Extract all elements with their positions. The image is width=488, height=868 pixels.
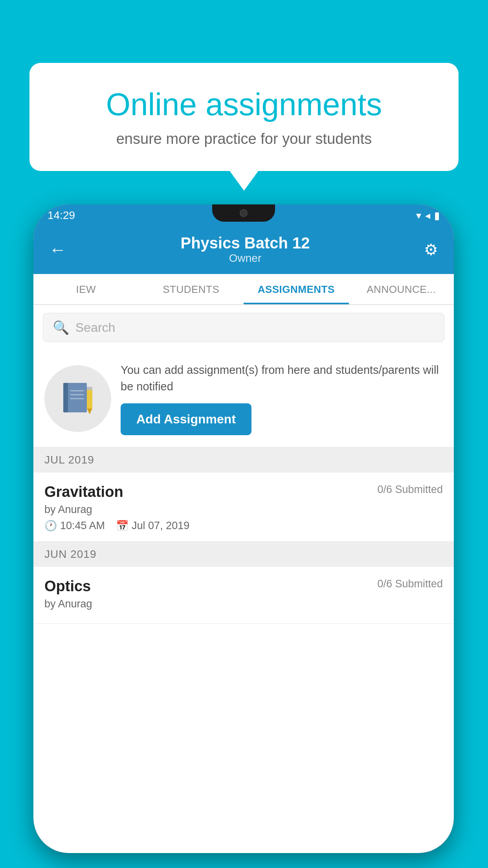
search-placeholder: Search (75, 320, 115, 335)
svg-rect-2 (63, 383, 68, 412)
assignment-name-optics: Optics (44, 578, 91, 595)
assignment-item-optics[interactable]: Optics 0/6 Submitted by Anurag (33, 567, 454, 624)
tab-students[interactable]: STUDENTS (139, 274, 244, 304)
tab-assignments[interactable]: ASSIGNMENTS (244, 274, 349, 304)
notebook-svg (60, 381, 95, 416)
svg-rect-8 (87, 387, 92, 390)
tab-announcements[interactable]: ANNOUNCE... (349, 274, 454, 304)
signal-icon: ◂ (425, 210, 430, 222)
user-role: Owner (180, 252, 310, 265)
assignment-by-optics: by Anurag (44, 598, 443, 610)
back-button[interactable]: ← (49, 240, 66, 259)
assignment-by: by Anurag (44, 504, 443, 516)
section-header-jul: JUL 2019 (33, 447, 454, 473)
promo-icon-circle (44, 365, 111, 432)
date-value: Jul 07, 2019 (132, 520, 189, 532)
assignment-time: 🕐 10:45 AM (44, 520, 105, 532)
assignment-row1-optics: Optics 0/6 Submitted (44, 578, 443, 595)
add-assignment-button[interactable]: Add Assignment (121, 403, 251, 435)
assignment-submitted-optics: 0/6 Submitted (377, 578, 443, 590)
assignment-date: 📅 Jul 07, 2019 (116, 520, 189, 532)
svg-rect-6 (87, 387, 92, 408)
calendar-icon: 📅 (116, 520, 128, 532)
status-icons: ▾ ◂ ▮ (416, 210, 440, 222)
promo-description: You can add assignment(s) from here and … (121, 362, 443, 395)
section-header-jun: JUN 2019 (33, 542, 454, 567)
assignment-name: Gravitation (44, 484, 123, 500)
tab-iew[interactable]: IEW (33, 274, 139, 304)
svg-rect-1 (67, 383, 87, 412)
phone-screen: 14:29 ▾ ◂ ▮ ← Physics Batch 12 Owner ⚙ I… (33, 204, 454, 853)
header-title-block: Physics Batch 12 Owner (180, 234, 310, 265)
info-card: Online assignments ensure more practice … (29, 63, 459, 171)
search-box[interactable]: 🔍 Search (43, 313, 444, 342)
assignment-icon (60, 381, 95, 416)
time-value: 10:45 AM (60, 520, 105, 532)
assignment-submitted: 0/6 Submitted (377, 484, 443, 496)
add-assignment-promo: You can add assignment(s) from here and … (33, 350, 454, 447)
batch-name: Physics Batch 12 (180, 234, 310, 252)
assignment-row1: Gravitation 0/6 Submitted (44, 484, 443, 500)
front-camera (240, 209, 248, 217)
bubble-title: Online assignments (61, 86, 427, 123)
tabs-bar: IEW STUDENTS ASSIGNMENTS ANNOUNCE... (33, 274, 454, 305)
clock-icon: 🕐 (44, 520, 57, 532)
app-header: ← Physics Batch 12 Owner ⚙ (33, 226, 454, 274)
search-icon: 🔍 (53, 320, 69, 335)
status-bar: 14:29 ▾ ◂ ▮ (33, 204, 454, 226)
assignment-meta: 🕐 10:45 AM 📅 Jul 07, 2019 (44, 520, 443, 532)
bubble-subtitle: ensure more practice for your students (61, 131, 427, 147)
phone-frame: 14:29 ▾ ◂ ▮ ← Physics Batch 12 Owner ⚙ I… (33, 204, 454, 853)
status-time: 14:29 (48, 209, 75, 222)
search-container: 🔍 Search (33, 305, 454, 350)
wifi-icon: ▾ (416, 210, 421, 222)
svg-marker-7 (87, 408, 92, 414)
promo-text-block: You can add assignment(s) from here and … (121, 362, 443, 435)
settings-icon[interactable]: ⚙ (424, 241, 438, 259)
battery-icon: ▮ (434, 210, 440, 222)
assignment-item-gravitation[interactable]: Gravitation 0/6 Submitted by Anurag 🕐 10… (33, 473, 454, 542)
notch (212, 204, 275, 222)
